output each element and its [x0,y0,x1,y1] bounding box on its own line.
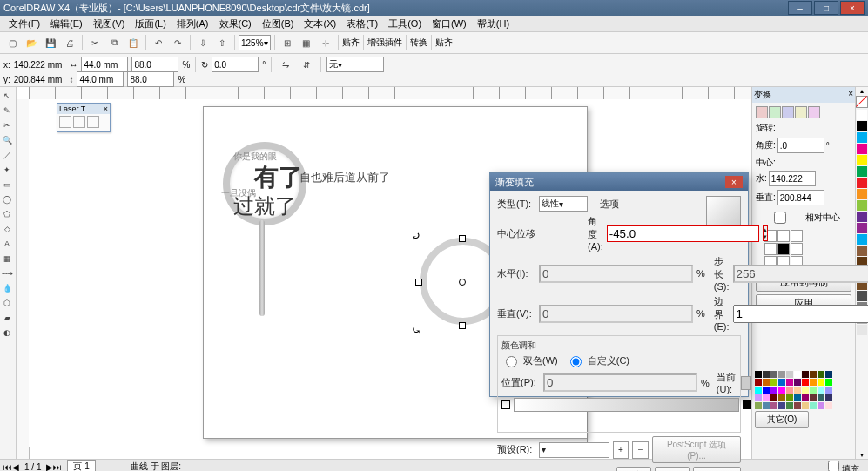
freehand-tool[interactable]: ／ [0,148,14,162]
blend-tool[interactable]: ⟿ [0,266,14,280]
rotation-field[interactable] [212,57,259,72]
snap-label[interactable]: 贴齐 [342,37,360,49]
relative-center-checkbox[interactable] [759,212,801,224]
menu-effects[interactable]: 效果(C) [214,17,257,30]
v-offset-field[interactable] [539,305,693,323]
zoom-tool[interactable]: 🔍 [0,133,14,147]
fill-tool[interactable]: ▰ [0,311,14,325]
step-field[interactable] [733,265,868,283]
convert-label[interactable]: 转换 [410,37,427,49]
smart-tool[interactable]: ✦ [0,163,14,177]
transform-skew-icon[interactable] [808,106,820,118]
table-tool[interactable]: ▦ [0,252,14,266]
menu-text[interactable]: 文本(X) [299,17,341,30]
swatch[interactable] [857,144,867,154]
guide-icon[interactable]: ⊹ [317,34,334,51]
swatch[interactable] [857,246,867,256]
basic-shape-tool[interactable]: ◇ [0,222,14,236]
page-first-icon[interactable]: ⏮ [3,462,12,472]
color-picker-grid[interactable] [755,371,832,409]
menu-layout[interactable]: 版面(L) [130,17,171,30]
close-button[interactable]: × [840,1,865,15]
panel-close-icon[interactable]: × [104,104,108,113]
menu-file[interactable]: 文件(F) [3,17,45,30]
print-icon[interactable]: 🖨 [61,34,78,51]
center-marker[interactable] [459,279,466,286]
minimize-button[interactable]: – [788,1,812,15]
swatch[interactable] [857,110,867,120]
docker-v-field[interactable] [777,190,824,205]
current-color[interactable] [741,376,751,390]
rotate-handle-tl[interactable]: ⤾ [411,229,421,244]
pad-field[interactable] [733,305,868,323]
polygon-tool[interactable]: ⬠ [0,207,14,221]
swatch[interactable] [857,132,867,143]
handle-t[interactable] [459,235,466,242]
height-field[interactable] [77,71,124,87]
redo-icon[interactable]: ↷ [169,34,186,51]
import-icon[interactable]: ⇩ [194,34,212,51]
mirror-v-icon[interactable]: ⇵ [298,56,315,73]
help-button[interactable]: 帮助(H) [693,467,741,471]
undo-icon[interactable]: ↶ [150,34,167,51]
handle-b[interactable] [459,322,466,329]
angle-field[interactable] [607,225,759,242]
scalex-field[interactable] [131,57,178,72]
swatch[interactable] [857,178,867,188]
menu-view[interactable]: 视图(V) [88,17,131,30]
snap-icon[interactable]: ⊞ [279,34,296,51]
menu-arrange[interactable]: 排列(A) [172,17,214,30]
cut-icon[interactable]: ✂ [86,34,104,51]
position-field[interactable] [543,373,697,392]
gradient-bar[interactable] [514,398,739,412]
cancel-button[interactable]: 取消 [655,467,690,471]
h-offset-field[interactable] [539,265,693,283]
maximize-button[interactable]: □ [814,1,838,15]
fill-checkbox[interactable] [828,461,839,471]
rotate-handle-bl[interactable]: ⤿ [411,323,421,338]
preset-combo[interactable]: ▾ [539,442,609,458]
transform-size-icon[interactable] [795,106,807,118]
swatch[interactable] [857,189,867,199]
page-tab[interactable]: 页 1 [67,460,95,471]
menu-help[interactable]: 帮助(H) [472,17,515,30]
new-icon[interactable]: ▢ [3,34,21,51]
ok-button[interactable]: 确定 [616,467,651,471]
interactive-fill-tool[interactable]: ◐ [0,326,14,340]
menu-window[interactable]: 窗口(W) [427,17,472,30]
menu-tools[interactable]: 工具(O) [383,17,427,30]
handle-l[interactable] [415,279,422,286]
plugin-label[interactable]: 增强插件 [367,37,402,49]
paste-icon[interactable]: 📋 [124,34,142,51]
text-tool[interactable]: A [0,237,14,251]
swatch[interactable] [857,212,867,222]
page-next-icon[interactable]: ▶ [46,462,53,472]
menu-table[interactable]: 表格(T) [341,17,383,30]
other-color-button[interactable]: 其它(O) [755,411,809,428]
docker-h-field[interactable] [769,171,816,186]
grid-icon[interactable]: ▦ [298,34,315,51]
docker-close-icon[interactable]: × [848,89,853,101]
gradient-stop-start[interactable] [501,400,510,409]
shape-tool[interactable]: ✎ [0,104,14,118]
swatch[interactable] [857,234,867,245]
rectangle-tool[interactable]: ▭ [0,178,14,192]
gradient-stop-end[interactable] [743,400,751,409]
save-icon[interactable]: 💾 [42,34,59,51]
paste-label[interactable]: 贴齐 [435,37,453,49]
docker-angle-field[interactable] [777,138,824,153]
export-icon[interactable]: ⇧ [213,34,231,51]
type-combo[interactable]: 线性 ▾ [539,196,588,212]
swatch-none[interactable] [856,96,868,108]
ellipse-tool[interactable]: ◯ [0,192,14,206]
swatch[interactable] [857,325,867,335]
custom-radio[interactable] [570,356,582,367]
menu-edit[interactable]: 编辑(E) [45,17,88,30]
copy-icon[interactable]: ⧉ [105,34,123,51]
zoom-combo[interactable]: 125% ▾ [239,35,271,50]
dup-combo[interactable]: 无 ▾ [326,57,384,72]
transform-pos-icon[interactable] [756,106,768,118]
swatch[interactable] [857,200,867,211]
anchor-grid[interactable] [764,230,851,268]
outline-tool[interactable]: ⬡ [0,296,14,310]
